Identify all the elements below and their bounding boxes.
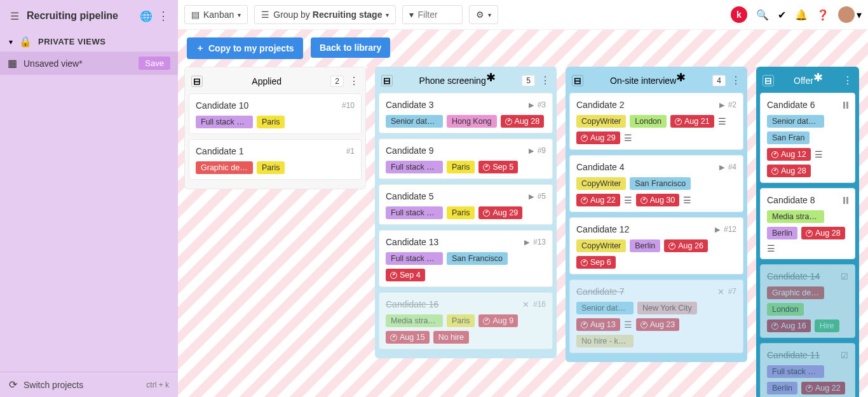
view-row-unsaved[interactable]: ▦ Unsaved view* Save — [0, 51, 178, 75]
card[interactable]: Candidate 3▶#3Senior data s...Hong KongA… — [379, 93, 553, 133]
filter-icon: ▾ — [409, 10, 414, 20]
card-id: #7 — [728, 287, 736, 296]
collapse-icon[interactable]: ⊟ — [763, 75, 774, 86]
clock-icon — [806, 230, 813, 237]
tag: Paris — [447, 206, 475, 219]
date-tag: Aug 28 — [501, 115, 545, 128]
clock-icon — [581, 321, 588, 328]
card[interactable]: Candidate 11☑Full stack de...BerlinAug 2… — [760, 343, 855, 397]
help-icon[interactable]: ❓ — [817, 9, 829, 21]
card-id: #4 — [728, 163, 736, 172]
user-menu[interactable]: ▾ — [838, 6, 862, 23]
pause-icon[interactable] — [843, 102, 848, 109]
card-title: Candidate 13 — [386, 237, 520, 247]
collapse-icon[interactable]: ⊟ — [381, 75, 393, 86]
card[interactable]: Candidate 4▶#4CopyWriterSan FranciscoAug… — [569, 155, 743, 212]
sidebar-header: ☰ Recruiting pipeline 🌐 ⋮ — [0, 0, 178, 32]
sidebar-footer[interactable]: ⟳ Switch projects ctrl + k — [0, 372, 178, 397]
globe-icon[interactable]: 🌐 — [140, 10, 151, 22]
card[interactable]: Candidate 8Media strate...BerlinAug 28☰ — [760, 188, 855, 259]
tag: Media strate... — [386, 314, 443, 327]
kanban-label: Kanban — [203, 10, 234, 20]
plus-icon: ＋ — [196, 43, 205, 54]
tag-row: Senior data s...New York CityAug 13☰Aug … — [576, 302, 736, 347]
card-title: Candidate 16 — [386, 299, 519, 309]
sidebar-overflow-menu[interactable]: ⋮ — [158, 9, 169, 23]
tag: Graphic desi... — [196, 161, 253, 174]
view-kanban-selector[interactable]: ▤ Kanban ▾ — [184, 5, 248, 24]
card[interactable]: Candidate 6Senior data s...San FranAug 1… — [760, 93, 855, 183]
card[interactable]: Candidate 13▶#13Full stack de...San Fran… — [379, 230, 553, 287]
play-icon[interactable]: ▶ — [524, 238, 529, 246]
back-to-library-button[interactable]: Back to library — [311, 37, 390, 58]
collapse-icon[interactable]: ⊟ — [572, 75, 583, 86]
save-button[interactable]: Save — [139, 57, 170, 70]
group-by-selector[interactable]: ☰ Group by Recruiting stage ▾ — [254, 5, 396, 24]
date-tag: Sep 6 — [576, 256, 616, 269]
clock-icon — [641, 197, 648, 204]
date-tag: Aug 15 — [386, 331, 430, 344]
card-title: Candidate 7 — [576, 286, 714, 297]
tag: Paris — [447, 161, 475, 173]
checkbox-icon[interactable]: ✔ — [778, 9, 786, 21]
description-icon: ☰ — [624, 320, 632, 330]
collapse-icon[interactable]: ⊟ — [191, 76, 203, 87]
search-icon[interactable]: 🔍 — [756, 9, 769, 21]
card[interactable]: Candidate 16✕#16Media strate...ParisAug … — [379, 292, 553, 349]
tag: Berlin — [630, 239, 660, 252]
filter-input[interactable] — [417, 10, 456, 20]
tag-row: Media strate...BerlinAug 28☰ — [767, 210, 848, 253]
column-menu[interactable]: ⋮ — [349, 75, 359, 87]
column-header: ⊟On-site interview✱4⋮ — [569, 71, 743, 93]
date-tag: Sep 4 — [386, 269, 425, 281]
card[interactable]: Candidate 9▶#9Full stack de...ParisSep 5 — [379, 138, 553, 179]
brand-badge[interactable]: k — [731, 6, 747, 23]
card[interactable]: Candidate 7✕#7Senior data s...New York C… — [569, 279, 743, 353]
play-icon[interactable]: ▶ — [719, 101, 724, 109]
caret-down-icon: ▾ — [386, 11, 389, 18]
play-icon[interactable]: ▶ — [529, 147, 534, 155]
tag: Full stack de... — [196, 116, 253, 128]
grid-icon: ▦ — [8, 57, 17, 69]
card-id: #12 — [724, 225, 736, 234]
close-icon[interactable]: ✕ — [522, 300, 529, 309]
card[interactable]: Candidate 12▶#12CopyWriterBerlinAug 26Se… — [569, 217, 743, 274]
column-header: ⊟Applied2⋮ — [189, 71, 362, 93]
card[interactable]: Candidate 2▶#2CopyWriterLondonAug 21☰Aug… — [569, 93, 743, 150]
date-tag: Aug 30 — [636, 194, 680, 206]
pause-icon[interactable] — [843, 197, 848, 204]
card[interactable]: Candidate 1#1Graphic desi...Paris — [189, 139, 362, 180]
settings-toggle[interactable]: ⚙ ▾ — [469, 5, 498, 24]
date-tag: Aug 26 — [664, 239, 708, 252]
tag-row: Full stack de...Paris — [196, 116, 355, 128]
card[interactable]: Candidate 5▶#5Full stack de...ParisAug 2… — [379, 184, 553, 225]
tag: CopyWriter — [576, 115, 626, 128]
copy-to-my-projects-button[interactable]: ＋ Copy to my projects — [187, 37, 303, 59]
view-name: Unsaved view* — [24, 58, 132, 69]
column-menu[interactable]: ⋮ — [731, 74, 741, 86]
play-icon[interactable]: ▶ — [719, 163, 724, 172]
description-icon: ☰ — [624, 133, 632, 143]
play-icon[interactable]: ▶ — [715, 225, 720, 234]
play-icon[interactable]: ▶ — [529, 101, 534, 109]
private-views-section[interactable]: ▾ 🔒 PRIVATE VIEWS — [0, 32, 178, 51]
caret-down-icon: ▾ — [238, 11, 241, 18]
clock-icon — [771, 151, 778, 158]
filter-control[interactable]: ▾ — [402, 5, 463, 24]
menu-icon[interactable]: ☰ — [9, 10, 20, 22]
column-count: 4 — [712, 75, 726, 86]
card-title: Candidate 3 — [386, 100, 525, 110]
close-icon[interactable]: ✕ — [717, 287, 724, 297]
bell-icon[interactable]: 🔔 — [795, 9, 808, 21]
card[interactable]: Candidate 10#10Full stack de...Paris — [189, 93, 362, 134]
list-icon: ☰ — [261, 10, 269, 20]
card[interactable]: Candidate 14☑Graphic desi...LondonAug 16… — [760, 264, 855, 338]
card-id: #10 — [342, 101, 355, 110]
play-icon[interactable]: ▶ — [529, 192, 534, 201]
card-title: Candidate 1 — [196, 146, 342, 156]
kanban-board[interactable]: ⊟Applied2⋮Candidate 10#10Full stack de..… — [178, 67, 868, 397]
column-menu[interactable]: ⋮ — [843, 74, 853, 86]
tag: New York City — [637, 302, 697, 314]
card-title: Candidate 8 — [767, 195, 839, 205]
column-menu[interactable]: ⋮ — [540, 74, 550, 86]
